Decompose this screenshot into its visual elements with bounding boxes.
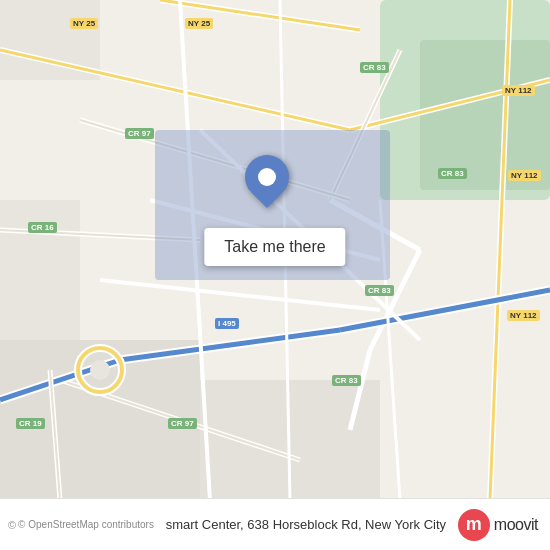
svg-point-42	[90, 360, 110, 380]
road-label-i495: I 495	[215, 318, 239, 328]
road-label-cr16: CR 16	[28, 222, 57, 232]
moovit-text: moovit	[494, 516, 538, 534]
address-text: smart Center, 638 Horseblock Rd, New Yor…	[166, 517, 446, 532]
info-bar: © © OpenStreetMap contributors smart Cen…	[0, 498, 550, 550]
road-label-cr19: CR 19	[16, 418, 45, 428]
location-pin	[245, 155, 289, 199]
road-label-ny112-2: NY 112	[508, 170, 541, 180]
road-label-ny112-1: NY 112	[502, 85, 535, 95]
moovit-icon: m	[458, 509, 490, 541]
road-label-cr83-1: CR 83	[360, 62, 389, 72]
svg-rect-6	[0, 200, 80, 340]
road-label-ny112-3: NY 112	[507, 310, 540, 320]
road-label-ny25-2: NY 25	[70, 18, 98, 28]
info-bar-left: © © OpenStreetMap contributors	[8, 519, 154, 531]
osm-credit: © © OpenStreetMap contributors	[8, 519, 154, 531]
road-label-ny25-1: NY 25	[185, 18, 213, 28]
road-label-cr83-3: CR 83	[365, 285, 394, 295]
pin-inner	[258, 168, 276, 186]
road-label-cr83-2: CR 83	[438, 168, 467, 178]
map-container: NY 25 NY 25 NY 112 NY 112 NY 112 CR 83 C…	[0, 0, 550, 550]
take-me-there-button[interactable]: Take me there	[204, 228, 345, 266]
road-label-cr83-4: CR 83	[332, 375, 361, 385]
pin-outer	[236, 146, 298, 208]
road-label-cr97-1: CR 97	[125, 128, 154, 138]
moovit-logo: m moovit	[458, 509, 538, 541]
road-label-cr97-2: CR 97	[168, 418, 197, 428]
